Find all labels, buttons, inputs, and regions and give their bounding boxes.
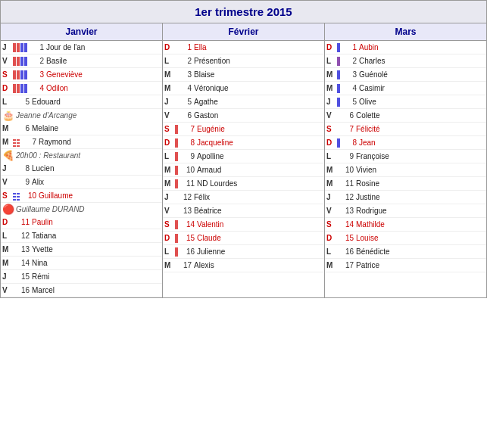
day-letter: M	[2, 259, 13, 267]
special-text: 20h00 : Restaurant	[16, 151, 80, 160]
day-row: L9Françoise	[325, 150, 486, 163]
day-letter: V	[326, 111, 337, 120]
day-row: M11ND Lourdes	[163, 177, 324, 191]
day-name: Agathe	[194, 98, 323, 106]
day-letter: V	[164, 111, 175, 120]
day-name: Rémi	[32, 272, 161, 281]
col-header-2: Mars	[325, 23, 486, 41]
day-row: S10Guillaume	[1, 189, 162, 203]
day-row: D8Jacqueline	[163, 136, 324, 150]
day-num: 7	[21, 138, 36, 146]
day-row: M13Yvette	[1, 243, 162, 257]
day-name: Guénolé	[359, 70, 485, 79]
day-num: 6	[14, 124, 30, 132]
day-row: V6Colette	[325, 109, 486, 123]
day-letter: M	[2, 245, 13, 254]
day-row: V6Gaston	[163, 109, 324, 123]
day-row: M11Rosine	[325, 177, 486, 191]
calendar-title: 1er trimestre 2015	[1, 1, 486, 23]
day-num: 4	[342, 84, 357, 92]
day-num: 12	[339, 193, 354, 201]
day-name: Lucien	[32, 164, 161, 173]
day-letter: D	[164, 234, 175, 242]
day-num: 2	[176, 57, 192, 65]
day-letter: L	[326, 247, 337, 256]
special-row: 🎂Jeanne d'Arcange	[1, 109, 162, 122]
day-name: Mathilde	[356, 220, 485, 229]
day-name: Blaise	[194, 70, 323, 79]
day-name: Jour de l'an	[46, 43, 161, 51]
day-letter: L	[326, 57, 337, 65]
day-name: Alexis	[194, 261, 323, 269]
day-name: Aubin	[359, 43, 485, 51]
day-letter: L	[164, 152, 175, 160]
day-num: 14	[339, 220, 354, 229]
day-letter: M	[326, 84, 337, 92]
day-num: 10	[21, 191, 36, 200]
day-row: J1Jour de l'an	[1, 41, 162, 54]
day-letter: S	[2, 70, 13, 79]
day-letter: M	[326, 179, 337, 188]
day-num: 10	[339, 166, 354, 174]
day-letter: D	[326, 234, 337, 242]
day-letter: V	[164, 207, 175, 215]
day-row: L16Julienne	[163, 245, 324, 259]
special-row: 🔴Guillaume DURAND	[1, 203, 162, 216]
day-row: M3Guénolé	[325, 68, 486, 82]
day-num: 2	[342, 57, 357, 65]
special-row: 🍕20h00 : Restaurant	[1, 149, 162, 162]
day-num: 13	[14, 245, 30, 254]
day-row: D15Claude	[163, 232, 324, 245]
day-name: Ella	[194, 43, 323, 51]
day-name: Raymond	[39, 138, 161, 146]
column-janvier: JanvierJ1Jour de l'anV2BasileS3Geneviève…	[1, 23, 163, 297]
day-name: Véronique	[194, 84, 323, 92]
day-letter: S	[326, 220, 337, 229]
day-num: 1	[342, 43, 357, 51]
day-row: M3Blaise	[163, 68, 324, 82]
day-name: Paulin	[32, 218, 161, 226]
day-name: Félicité	[356, 125, 485, 133]
day-row: L16Bénédicte	[325, 245, 486, 259]
day-name: Marcel	[32, 286, 161, 294]
day-row: D11Paulin	[1, 216, 162, 229]
day-letter: M	[164, 84, 175, 92]
day-num: 6	[339, 111, 354, 120]
day-letter: J	[2, 272, 13, 281]
day-row: V2Basile	[1, 54, 162, 68]
day-num: 1	[176, 43, 192, 51]
day-name: Yvette	[32, 245, 161, 254]
day-name: Julienne	[197, 247, 323, 256]
day-letter: D	[164, 43, 175, 51]
day-name: Geneviève	[46, 70, 161, 79]
day-row: M10Arnaud	[163, 163, 324, 177]
day-row: M14Nina	[1, 257, 162, 270]
day-row: J5Agathe	[163, 95, 324, 109]
day-letter: J	[164, 98, 175, 106]
day-row: J15Rémi	[1, 270, 162, 284]
day-name: Eugénie	[197, 125, 323, 133]
column-mars: MarsD1AubinL2CharlesM3GuénoléM4CasimirJ5…	[325, 23, 486, 297]
day-num: 13	[339, 207, 354, 215]
day-name: Colette	[356, 111, 485, 120]
day-row: M10Vivien	[325, 163, 486, 177]
day-name: Louise	[356, 234, 485, 242]
day-name: Rosine	[356, 179, 485, 188]
day-letter: D	[2, 84, 13, 92]
day-name: Olive	[359, 98, 485, 106]
day-num: 3	[176, 70, 192, 79]
day-name: Apolline	[197, 152, 323, 160]
col-header-1: Février	[163, 23, 324, 41]
day-letter: J	[326, 98, 337, 106]
day-row: V13Béatrice	[163, 204, 324, 218]
day-row: V13Rodrigue	[325, 204, 486, 218]
day-row: L5Edouard	[1, 95, 162, 109]
day-letter: J	[164, 193, 175, 201]
day-row: V16Marcel	[1, 284, 162, 297]
day-num: 3	[342, 70, 357, 79]
day-letter: M	[164, 70, 175, 79]
day-num: 6	[176, 111, 192, 120]
day-row: L9Apolline	[163, 150, 324, 163]
day-num: 8	[342, 138, 357, 147]
day-num: 9	[14, 178, 30, 186]
